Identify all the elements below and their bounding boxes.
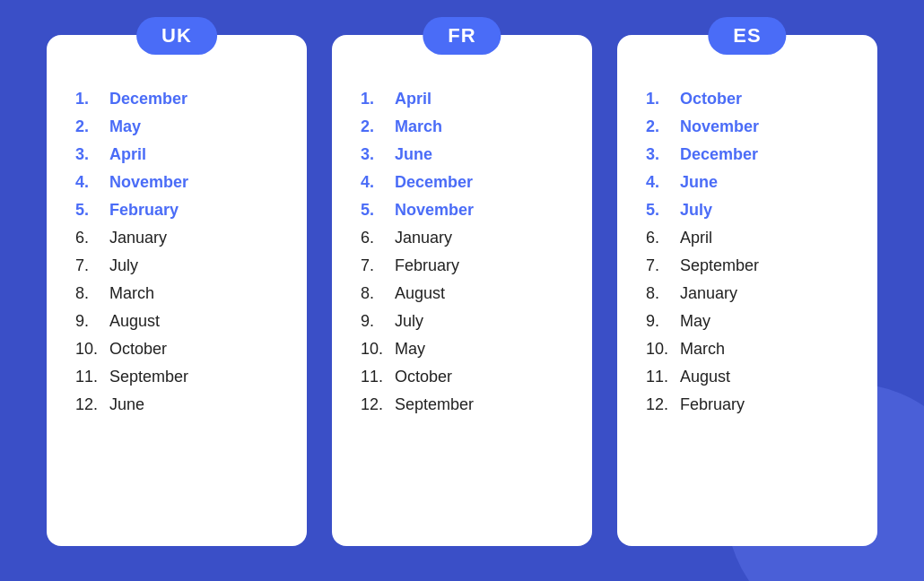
list-item-month: December: [395, 173, 473, 192]
list-item: 6.April: [646, 224, 849, 252]
list-item-number: 10.: [361, 340, 395, 359]
list-item-month: September: [395, 395, 474, 414]
list-item: 12.June: [75, 391, 278, 419]
list-item-month: February: [680, 395, 745, 414]
list-item-month: August: [680, 368, 730, 386]
list-item-number: 7.: [361, 256, 395, 275]
badge-uk: UK: [136, 17, 217, 55]
list-item-number: 10.: [75, 340, 109, 359]
list-item-month: July: [395, 312, 423, 331]
list-item-number: 2.: [75, 117, 109, 136]
list-item: 5.November: [361, 196, 563, 224]
list-item: 3.June: [361, 141, 563, 169]
list-item-month: January: [395, 229, 452, 247]
list-item-month: June: [680, 173, 718, 192]
list-item: 6.January: [361, 224, 563, 252]
list-item-number: 1.: [646, 90, 680, 108]
list-item: 2.November: [646, 113, 849, 141]
card-es: ES1.October2.November3.December4.June5.J…: [617, 35, 877, 546]
list-item-number: 9.: [361, 312, 395, 331]
list-item: 7.July: [75, 252, 278, 280]
list-item: 9.July: [361, 308, 563, 335]
list-item: 3.April: [75, 141, 278, 169]
month-list-es: 1.October2.November3.December4.June5.Jul…: [646, 85, 849, 419]
list-item-month: August: [109, 312, 160, 331]
list-item-number: 11.: [75, 368, 109, 386]
list-item-number: 11.: [646, 368, 680, 386]
list-item-number: 6.: [646, 229, 680, 247]
list-item-month: August: [395, 284, 445, 303]
list-item: 4.June: [646, 169, 849, 196]
list-item-month: July: [109, 256, 138, 275]
list-item-month: March: [109, 284, 154, 303]
list-item: 5.February: [75, 196, 278, 224]
list-item: 8.January: [646, 280, 849, 308]
list-item-month: February: [109, 201, 179, 220]
list-item-month: May: [109, 117, 141, 136]
cards-container: UK1.December2.May3.April4.November5.Febr…: [47, 35, 877, 546]
list-item-month: May: [680, 312, 710, 331]
list-item-month: June: [109, 395, 144, 414]
list-item-number: 12.: [75, 395, 109, 414]
month-list-fr: 1.April2.March3.June4.December5.November…: [361, 85, 563, 419]
list-item: 6.January: [75, 224, 278, 252]
list-item-month: September: [109, 368, 188, 386]
list-item-month: November: [395, 201, 474, 220]
list-item-number: 12.: [361, 395, 395, 414]
list-item-month: December: [109, 90, 187, 108]
list-item-month: October: [395, 368, 452, 386]
list-item: 11.August: [646, 363, 849, 391]
list-item-month: October: [680, 90, 742, 108]
list-item-number: 9.: [646, 312, 680, 331]
card-fr: FR1.April2.March3.June4.December5.Novemb…: [332, 35, 592, 546]
list-item-number: 4.: [361, 173, 395, 192]
list-item-number: 5.: [361, 201, 395, 220]
list-item-month: July: [680, 201, 712, 220]
list-item: 4.November: [75, 169, 278, 196]
badge-es: ES: [708, 17, 786, 55]
list-item-number: 6.: [75, 229, 109, 247]
list-item-month: January: [109, 229, 167, 247]
list-item: 8.August: [361, 280, 563, 308]
list-item-number: 3.: [361, 145, 395, 164]
list-item-number: 3.: [646, 145, 680, 164]
list-item: 3.December: [646, 141, 849, 169]
list-item-number: 1.: [75, 90, 109, 108]
list-item: 10.March: [646, 335, 849, 363]
list-item-number: 2.: [646, 117, 680, 136]
list-item-month: March: [395, 117, 442, 136]
list-item-month: April: [395, 90, 431, 108]
list-item-month: December: [680, 145, 758, 164]
list-item: 9.August: [75, 308, 278, 335]
list-item-number: 8.: [646, 284, 680, 303]
list-item-month: March: [680, 340, 725, 359]
list-item: 10.May: [361, 335, 563, 363]
list-item-month: October: [109, 340, 167, 359]
list-item-number: 8.: [75, 284, 109, 303]
list-item-number: 2.: [361, 117, 395, 136]
list-item-month: April: [109, 145, 146, 164]
list-item-month: June: [395, 145, 432, 164]
list-item: 1.October: [646, 85, 849, 113]
list-item: 8.March: [75, 280, 278, 308]
list-item: 1.December: [75, 85, 278, 113]
list-item-number: 5.: [646, 201, 680, 220]
list-item-number: 1.: [361, 90, 395, 108]
list-item: 2.March: [361, 113, 563, 141]
list-item-number: 7.: [75, 256, 109, 275]
list-item-number: 7.: [646, 256, 680, 275]
badge-fr: FR: [423, 17, 501, 55]
list-item: 9.May: [646, 308, 849, 335]
list-item-month: September: [680, 256, 759, 275]
list-item-month: November: [109, 173, 188, 192]
list-item: 5.July: [646, 196, 849, 224]
card-uk: UK1.December2.May3.April4.November5.Febr…: [47, 35, 307, 546]
list-item-month: April: [680, 229, 712, 247]
list-item: 1.April: [361, 85, 563, 113]
list-item: 2.May: [75, 113, 278, 141]
list-item-number: 4.: [75, 173, 109, 192]
list-item-number: 8.: [361, 284, 395, 303]
list-item-number: 3.: [75, 145, 109, 164]
list-item: 4.December: [361, 169, 563, 196]
list-item-number: 4.: [646, 173, 680, 192]
